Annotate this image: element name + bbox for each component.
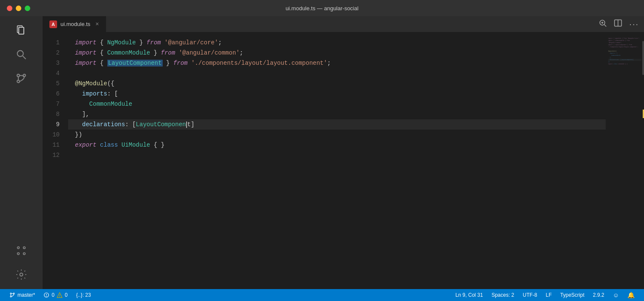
svg-rect-1 (19, 27, 24, 34)
svg-point-12 (20, 273, 23, 276)
code-line-12 (68, 150, 606, 160)
warning-count: 0 (65, 292, 68, 298)
sidebar-item-source-control[interactable] (10, 67, 32, 90)
code-line-11: export class UiModule { } (68, 140, 606, 150)
line-number: 9 (43, 119, 60, 130)
branch-indicator[interactable]: master* (5, 289, 39, 301)
svg-point-10 (17, 253, 20, 255)
minimap-content: import { NgModule } from '@angular/core'… (606, 32, 644, 70)
sidebar-item-explorer[interactable] (10, 20, 32, 42)
main-layout: A ui.module.ts × (0, 16, 644, 289)
problems-indicator[interactable]: {..}: 23 (72, 289, 95, 301)
line-numbers: 1 2 3 4 5 6 7 8 9 10 11 12 (43, 32, 68, 289)
code-line-10: }) (68, 130, 606, 140)
svg-point-24 (46, 296, 47, 296)
svg-point-11 (23, 253, 26, 255)
minimize-button[interactable] (16, 6, 21, 11)
line-number: 4 (43, 68, 60, 78)
encoding-indicator[interactable]: UTF-8 (518, 289, 541, 301)
smiley-icon: ☺ (613, 292, 619, 298)
line-number: 8 (43, 109, 60, 119)
tab-close-button[interactable]: × (95, 21, 99, 28)
line-ending-text: LF (546, 292, 552, 298)
svg-line-14 (604, 25, 607, 27)
split-editor-icon[interactable] (614, 19, 622, 29)
minimap: import { NgModule } from '@angular/core'… (606, 32, 644, 289)
notifications-icon[interactable]: 🔔 (623, 289, 639, 301)
tab-bar: A ui.module.ts × (43, 16, 644, 32)
svg-point-6 (17, 80, 20, 83)
spaces-text: Spaces: 2 (492, 292, 514, 298)
svg-point-26 (60, 296, 60, 297)
sidebar-item-settings[interactable] (10, 263, 32, 286)
active-tab[interactable]: A ui.module.ts × (43, 16, 106, 32)
code-line-6: imports: [ (68, 89, 606, 99)
code-content[interactable]: import { NgModule } from '@angular/core'… (68, 32, 606, 289)
code-editor: 1 2 3 4 5 6 7 8 9 10 11 12 import { NgMo… (43, 32, 644, 289)
angular-icon: A (49, 20, 57, 28)
svg-point-9 (23, 247, 26, 249)
code-line-8: ], (68, 109, 606, 119)
window-title: ui.module.ts — angular-social (285, 5, 358, 12)
activity-bar (0, 16, 43, 289)
cursor-pos-text: Ln 9, Col 31 (455, 292, 483, 298)
line-number: 5 (43, 78, 60, 89)
encoding-text: UTF-8 (523, 292, 537, 298)
scrollbar-thumb[interactable] (642, 41, 644, 75)
bell-icon: 🔔 (627, 292, 635, 298)
code-line-1: import { NgModule } from '@angular/core'… (68, 38, 606, 48)
sidebar-item-search[interactable] (10, 43, 32, 66)
svg-point-5 (17, 74, 20, 77)
code-line-7: CommonModule (68, 99, 606, 109)
tab-actions: ··· (598, 16, 644, 32)
code-line-3: import { LayoutComponent } from './compo… (68, 58, 606, 68)
ts-version-indicator[interactable]: 2.9.2 (589, 289, 609, 301)
line-number: 7 (43, 99, 60, 109)
problems-count: {..}: 23 (76, 292, 91, 298)
window-controls (7, 6, 30, 11)
more-actions-icon[interactable]: ··· (629, 19, 639, 29)
line-number: 6 (43, 89, 60, 99)
branch-name: master* (17, 292, 35, 298)
svg-point-19 (10, 293, 12, 294)
line-number: 2 (43, 48, 60, 58)
code-line-4 (68, 68, 606, 78)
line-number: 3 (43, 58, 60, 68)
error-count: 0 (52, 292, 55, 298)
language-indicator[interactable]: TypeScript (556, 289, 589, 301)
search-file-icon[interactable] (598, 19, 607, 29)
line-number: 1 (43, 38, 60, 48)
svg-point-8 (17, 247, 20, 249)
code-line-9: declarations: [LayoutComponent] (68, 119, 606, 130)
ts-version-text: 2.9.2 (593, 292, 604, 298)
maximize-button[interactable] (25, 6, 30, 11)
tab-filename: ui.module.ts (60, 21, 90, 27)
line-number: 12 (43, 150, 60, 160)
titlebar: ui.module.ts — angular-social (0, 0, 644, 16)
svg-point-20 (10, 296, 12, 297)
line-number: 11 (43, 140, 60, 150)
cursor-position[interactable]: Ln 9, Col 31 (451, 289, 487, 301)
code-line-5: @NgModule({ (68, 78, 606, 89)
svg-line-4 (23, 56, 26, 59)
status-bar: master* 0 0 {..}: 23 Ln 9, Col 31 Spaces… (0, 289, 644, 301)
code-line-2: import { CommonModule } from '@angular/c… (68, 48, 606, 58)
editor-area: A ui.module.ts × (43, 16, 644, 289)
language-text: TypeScript (560, 292, 584, 298)
spaces-indicator[interactable]: Spaces: 2 (487, 289, 518, 301)
feedback-icon[interactable]: ☺ (609, 289, 623, 301)
sidebar-item-extensions[interactable] (10, 240, 32, 262)
close-button[interactable] (7, 6, 12, 11)
svg-point-3 (17, 51, 23, 57)
line-ending-indicator[interactable]: LF (541, 289, 556, 301)
errors-indicator[interactable]: 0 0 (39, 289, 72, 301)
line-number: 10 (43, 130, 60, 140)
